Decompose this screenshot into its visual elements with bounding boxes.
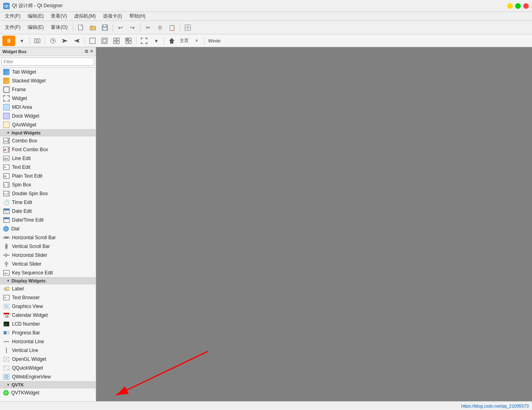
- list-item-stacked-widget[interactable]: Stacked Widget: [0, 76, 96, 85]
- close-button[interactable]: [523, 3, 529, 9]
- window-btn-1[interactable]: [87, 36, 98, 46]
- menu-file-top[interactable]: 文件(F): [2, 12, 24, 20]
- undo-button[interactable]: ↩: [115, 22, 126, 33]
- tab-widget-label: Tab Widget: [12, 69, 36, 75]
- menu-tab-top[interactable]: 选项卡(I): [100, 12, 125, 20]
- list-item-tab-widget[interactable]: Tab Widget: [0, 68, 96, 76]
- send-button[interactable]: [59, 36, 70, 46]
- widget-box: Widget Box ⧉ ✕ Tab Widget Stacked Widget…: [0, 47, 96, 401]
- list-item-progress-bar[interactable]: Progress Bar: [0, 328, 96, 337]
- menu-edit[interactable]: 编辑(E): [24, 23, 47, 32]
- svg-rect-3: [103, 28, 107, 30]
- list-item-combo-box[interactable]: abc Combo Box: [0, 136, 96, 145]
- dropdown-2[interactable]: ▾: [151, 36, 162, 46]
- list-item-double-spin-box[interactable]: 0.0 Double Spin Box: [0, 189, 96, 198]
- category-input-widgets[interactable]: ▼ Input Widgets: [0, 129, 96, 136]
- widget-btn[interactable]: [182, 22, 193, 33]
- text-browser-label: Text Browser: [12, 295, 40, 300]
- fullscreen-button[interactable]: [139, 36, 150, 46]
- list-item-date-edit[interactable]: Date Edit: [0, 207, 96, 216]
- display-widgets-label: Display Widgets: [12, 278, 46, 283]
- list-item-key-sequence-edit[interactable]: abc Key Sequence Edit: [0, 268, 96, 277]
- list-item-text-edit[interactable]: AI Text Edit: [0, 163, 96, 172]
- menu-view-top[interactable]: 查看(V): [48, 12, 70, 20]
- list-item-horizontal-line[interactable]: Horizontal Line: [0, 337, 96, 346]
- menu-help-top[interactable]: 帮助(H): [126, 12, 149, 20]
- new-button[interactable]: [75, 22, 86, 33]
- list-item-widget[interactable]: Widget: [0, 94, 96, 103]
- list-item-spin-box[interactable]: 0 Spin Box: [0, 180, 96, 189]
- combo-box-label: Combo Box: [12, 138, 37, 144]
- open-button[interactable]: [87, 22, 98, 33]
- dropdown-1[interactable]: ▾: [16, 36, 27, 46]
- grid-btn-1[interactable]: [111, 36, 122, 46]
- list-item-lcd-number[interactable]: 12 LCD Number: [0, 320, 96, 328]
- list-item-qwebengine-view[interactable]: QWebEngineView: [0, 372, 96, 381]
- list-item-horizontal-scrollbar[interactable]: Horizontal Scroll Bar: [0, 233, 96, 242]
- widget-box-float-icon[interactable]: ⧉: [85, 49, 88, 54]
- list-item-font-combo-box[interactable]: A Font Combo Box: [0, 145, 96, 154]
- opengl-widget-icon: [3, 356, 10, 362]
- qvtk-arrow: ▼: [6, 383, 10, 387]
- category-display-widgets[interactable]: ▼ Display Widgets: [0, 277, 96, 284]
- list-item-graphics-view[interactable]: Graphics View: [0, 302, 96, 311]
- paste-button[interactable]: 📋: [167, 22, 178, 33]
- list-item-dock-widget[interactable]: Dock Widget: [0, 112, 96, 120]
- list-item-qax-widget[interactable]: QAxWidget: [0, 120, 96, 129]
- redo-button[interactable]: ↪: [127, 22, 138, 33]
- input-widgets-arrow: ▼: [6, 131, 10, 135]
- top-sep-6: [204, 37, 205, 45]
- menu-file[interactable]: 文件(F): [2, 23, 24, 32]
- minimize-button[interactable]: [507, 3, 513, 9]
- maximize-button[interactable]: [515, 3, 521, 9]
- svg-point-8: [36, 40, 38, 42]
- time-edit-label: Time Edit: [12, 200, 32, 205]
- copy-button[interactable]: ⎘: [155, 22, 166, 33]
- list-item-plain-text-edit[interactable]: AI Plain Text Edit: [0, 172, 96, 180]
- snapshot-button[interactable]: [32, 36, 43, 46]
- list-item-qvtk-widget[interactable]: QVTKWidget: [0, 388, 96, 397]
- list-item-datetime-edit[interactable]: Date/Time Edit: [0, 216, 96, 224]
- svg-line-83: [4, 366, 9, 370]
- svg-rect-17: [114, 41, 116, 44]
- cut-button[interactable]: ✂: [143, 22, 154, 33]
- list-item-text-browser[interactable]: AI Text Browser: [0, 293, 96, 302]
- list-item-mdi-area[interactable]: MDI Area: [0, 103, 96, 112]
- save-button[interactable]: [99, 22, 110, 33]
- stacked-widget-icon: [3, 78, 10, 84]
- svg-text:AI: AI: [4, 175, 7, 178]
- qax-widget-icon: [3, 122, 10, 128]
- list-item-line-edit[interactable]: abc Line Edit: [0, 154, 96, 163]
- app-icon: Qt: [3, 3, 10, 9]
- list-item-vertical-line[interactable]: Vertical Line: [0, 346, 96, 355]
- menu-edit-top[interactable]: 编辑(E): [24, 12, 47, 20]
- list-item-horizontal-slider[interactable]: Horizontal Slider: [0, 251, 96, 260]
- list-item-time-edit[interactable]: 🕐 Time Edit: [0, 198, 96, 207]
- pause-button[interactable]: ⏸: [2, 36, 15, 46]
- list-item-opengl-widget[interactable]: OpenGL Widget: [0, 355, 96, 364]
- list-item-dial[interactable]: Dial: [0, 224, 96, 233]
- list-item-vertical-scrollbar[interactable]: Vertical Scroll Bar: [0, 242, 96, 251]
- qwebengine-view-label: QWebEngineView: [12, 374, 51, 380]
- home-button[interactable]: [166, 36, 177, 46]
- widget-box-close-icon[interactable]: ✕: [90, 49, 93, 54]
- dial-icon: [3, 226, 9, 232]
- menu-vm-top[interactable]: 虚拟机(M): [71, 12, 99, 20]
- window-btn-2[interactable]: [99, 36, 110, 46]
- title-bar: Qt Qt 设计师 - Qt Designer: [0, 0, 532, 12]
- progress-bar-label: Progress Bar: [12, 330, 40, 336]
- list-item-frame[interactable]: Frame: [0, 85, 96, 94]
- close-tab-btn[interactable]: ✕: [191, 36, 202, 46]
- filter-input[interactable]: [2, 58, 94, 66]
- grid-btn-2[interactable]: [123, 36, 134, 46]
- status-bar: https://blog.csdn.net/qq_21095573: [0, 401, 532, 410]
- svg-rect-41: [8, 191, 9, 194]
- list-item-vertical-slider[interactable]: Vertical Slider: [0, 260, 96, 268]
- clock-button[interactable]: [47, 36, 58, 46]
- list-item-label[interactable]: A Label: [0, 284, 96, 293]
- menu-window[interactable]: 窗体(O): [48, 23, 70, 32]
- list-item-qquick-widget[interactable]: QQuickWidget: [0, 364, 96, 372]
- receive-button[interactable]: [71, 36, 82, 46]
- category-qvtk[interactable]: ▼ QVTK: [0, 381, 96, 388]
- list-item-calendar-widget[interactable]: 12 Calendar Widget: [0, 311, 96, 320]
